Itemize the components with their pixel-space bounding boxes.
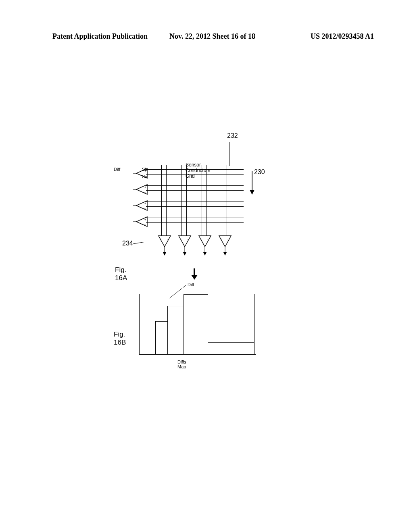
svg-text:+: + <box>160 237 162 241</box>
svg-text:+: + <box>144 169 146 173</box>
header-date-sheet: Nov. 22, 2012 Sheet 16 of 18 <box>169 32 255 41</box>
diff-amp-row: +- <box>133 183 149 197</box>
ref-230-arrow <box>246 171 258 197</box>
ref-232-leader <box>229 142 229 166</box>
svg-text:-: - <box>187 237 188 241</box>
svg-marker-44 <box>191 275 198 280</box>
sensor-grid <box>149 165 242 234</box>
svg-marker-27 <box>163 252 166 256</box>
ref-232-label: 232 <box>227 132 238 139</box>
chart-x-axis <box>139 354 256 355</box>
diff-left-label: Diff <box>114 167 120 172</box>
svg-text:-: - <box>144 223 146 227</box>
svg-text:-: - <box>207 237 209 241</box>
diff-amp-col: +- <box>177 235 193 258</box>
diff-amp-row: +- <box>133 167 149 181</box>
diff-amp-col: +- <box>197 235 213 258</box>
svg-text:-: - <box>144 175 146 178</box>
svg-marker-1 <box>250 190 254 195</box>
diff-amp-row: +- <box>133 200 149 213</box>
svg-text:+: + <box>144 218 146 221</box>
chart-right-axis <box>254 294 254 355</box>
svg-marker-42 <box>223 252 227 256</box>
svg-marker-32 <box>183 252 186 256</box>
svg-text:-: - <box>227 237 229 241</box>
svg-text:+: + <box>144 202 146 205</box>
svg-line-2 <box>133 242 145 244</box>
header-pub-number: US 2012/0293458 A1 <box>311 32 374 41</box>
diff-amp-row: +- <box>133 216 149 229</box>
diff-amp-col: +- <box>156 235 173 258</box>
svg-text:+: + <box>220 237 222 241</box>
svg-text:-: - <box>144 191 146 194</box>
svg-text:+: + <box>144 185 146 189</box>
fig-16b-caption: Fig. 16B <box>114 330 126 347</box>
svg-text:+: + <box>180 237 182 241</box>
diffs-map-label: Diffs Map <box>177 360 186 369</box>
header-pub-type: Patent Application Publication <box>52 32 148 41</box>
diffs-map-chart <box>139 294 254 355</box>
ref-234-leader <box>133 242 147 250</box>
diff-amp-col: +- <box>217 235 233 258</box>
ref-234-label: 234 <box>122 240 133 247</box>
fig-16a-caption: Fig. 16A <box>115 266 127 282</box>
svg-marker-37 <box>203 252 206 256</box>
chart-y-axis <box>139 294 140 355</box>
svg-text:+: + <box>200 237 202 241</box>
svg-text:-: - <box>144 207 146 210</box>
transition-arrow-icon <box>188 268 200 282</box>
diff-mid-label: Diff <box>188 282 194 287</box>
svg-text:-: - <box>167 237 168 241</box>
